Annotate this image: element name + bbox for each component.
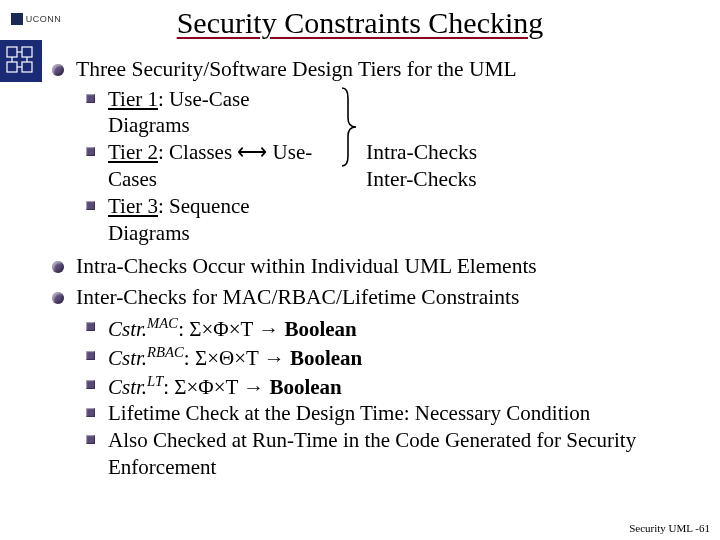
subbullet: Tier 1: Use-Case Diagrams [84, 86, 334, 140]
side-icon [0, 40, 42, 82]
subbullet: Lifetime Check at the Design Time: Neces… [84, 400, 708, 427]
slide-content: Three Security/Software Design Tiers for… [48, 56, 708, 485]
bullet-main: Three Security/Software Design Tiers for… [48, 56, 708, 249]
subbullet: Tier 2: Classes ⟷ Use-Cases [84, 139, 334, 193]
bracket-label: Inter-Checks [366, 166, 477, 194]
bracket-label: Intra-Checks [366, 139, 477, 167]
bullet-main: Inter-Checks for MAC/RBAC/Lifetime Const… [48, 284, 708, 481]
bullet-text: Three Security/Software Design Tiers for… [76, 57, 517, 81]
subbullet: Also Checked at Run-Time in the Code Gen… [84, 427, 708, 481]
slide-footer: Security UML -61 [629, 522, 710, 534]
subbullet: Cstr.LT: Σ×Φ×T → Boolean [84, 372, 708, 401]
slide-title: Security Constraints Checking [0, 6, 720, 40]
bullet-text: Inter-Checks for MAC/RBAC/Lifetime Const… [76, 285, 519, 309]
bullet-main: Intra-Checks Occur within Individual UML… [48, 253, 708, 281]
bracket-icon [338, 84, 358, 249]
subbullet: Tier 3: Sequence Diagrams [84, 193, 334, 247]
subbullet: Cstr.RBAC: Σ×Θ×T → Boolean [84, 343, 708, 372]
subbullet: Cstr.MAC: Σ×Φ×T → Boolean [84, 314, 708, 343]
svg-rect-0 [2, 42, 40, 80]
